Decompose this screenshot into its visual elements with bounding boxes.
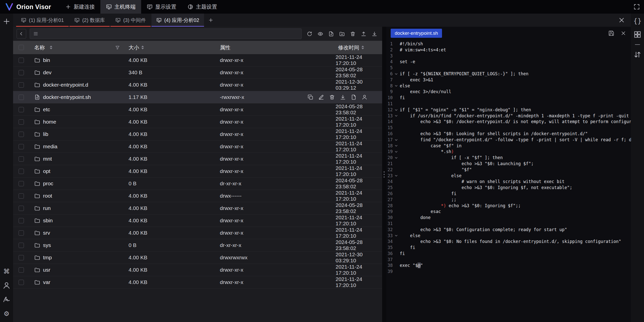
row-checkbox[interactable] [19,193,24,199]
table-row[interactable]: run4.00 KBdrwxr-xr-x2024-05-28 23:58:02 [13,202,382,214]
editor-close-icon[interactable] [620,30,626,36]
file-name[interactable]: sbin [43,218,53,224]
permission-button[interactable] [361,94,368,100]
row-checkbox[interactable] [19,95,24,100]
signature-icon[interactable] [2,295,11,304]
file-name[interactable]: sys [43,242,51,248]
fold-chevron-icon[interactable] [393,113,400,119]
fold-chevron-icon[interactable] [393,149,400,155]
fold-chevron-icon[interactable] [393,137,400,143]
file-name[interactable]: etc [43,106,50,113]
nav-item-new-connection[interactable]: 新建连接 [60,0,100,14]
fold-chevron-icon[interactable] [393,173,400,179]
tab-3[interactable]: (3) 中间件 [110,14,151,27]
select-all-checkbox[interactable] [19,45,24,50]
table-row[interactable]: root4.00 KBdrwx------2021-11-24 17:20:10 [13,190,382,202]
nav-item-host-terminal[interactable]: 主机终端 [100,0,141,14]
row-checkbox[interactable] [19,267,24,273]
refresh-button[interactable] [305,29,314,38]
panel-splitter[interactable] [382,27,386,322]
file-name[interactable]: bin [43,57,50,63]
row-checkbox[interactable] [19,206,24,211]
row-checkbox[interactable] [19,218,24,223]
file-name[interactable]: lib [43,131,48,137]
table-row[interactable]: tmp4.00 KBdrwxrwxrwx2021-12-30 03:29:10 [13,252,382,264]
save-icon[interactable] [608,30,614,36]
row-checkbox[interactable] [19,119,24,125]
fullscreen-icon[interactable] [633,3,640,10]
file-name[interactable]: home [43,119,56,125]
row-checkbox[interactable] [19,70,24,75]
fold-chevron-icon[interactable] [393,143,400,149]
table-row[interactable]: srv4.00 KBdrwxr-xr-x2021-11-24 17:20:10 [13,227,382,239]
grid-icon[interactable] [633,30,642,39]
file-name[interactable]: root [43,193,52,199]
fold-chevron-icon[interactable] [393,155,400,161]
column-header-name[interactable]: 名称 [29,44,126,51]
edit-button[interactable] [318,94,324,100]
file-name[interactable]: docker-entrypoint.d [43,82,88,88]
sort-icon[interactable] [50,46,52,49]
row-checkbox[interactable] [19,280,24,285]
file-name[interactable]: opt [43,168,50,174]
row-checkbox[interactable] [19,82,24,88]
nav-item-display-settings[interactable]: 显示设置 [141,0,182,14]
add-tab-button[interactable] [205,14,217,27]
download-button[interactable] [370,29,379,38]
row-checkbox[interactable] [19,255,24,260]
tabbar-close-icon[interactable] [618,16,625,24]
fold-chevron-icon[interactable] [393,71,400,77]
user-icon[interactable] [2,281,11,290]
table-row[interactable]: etc4.00 KBdrwxr-xr-x2024-05-28 23:58:02 [13,103,382,116]
plus-icon[interactable] [2,17,11,26]
file-name[interactable]: mnt [43,156,52,162]
new-file-button[interactable] [327,29,335,38]
table-row[interactable]: dev340 Bdrwxr-xr-x2024-05-28 23:58:02 [13,66,382,79]
table-row[interactable]: home4.00 KBdrwxr-xr-x2021-11-24 17:20:10 [13,116,382,128]
file-name[interactable]: dev [43,69,52,76]
sort-icon[interactable] [361,46,364,49]
new-folder-button[interactable] [338,29,346,38]
row-checkbox[interactable] [19,107,24,112]
toggle-hidden-button[interactable] [316,29,325,38]
delete-button[interactable] [329,94,335,100]
file-name[interactable]: usr [43,267,50,273]
table-row[interactable]: sys0 Bdr-xr-xr-x2024-05-28 23:58:02 [13,239,382,252]
copy-button[interactable] [307,94,313,100]
back-button[interactable] [17,29,26,39]
file-name[interactable]: media [43,144,57,150]
braces-icon[interactable]: {} [633,17,642,25]
row-checkbox[interactable] [19,230,24,236]
row-checkbox[interactable] [19,243,24,248]
path-input[interactable] [41,31,298,37]
row-checkbox[interactable] [19,132,24,137]
fold-chevron-icon[interactable] [393,107,400,113]
download-button[interactable] [340,94,346,100]
table-row[interactable]: opt4.00 KBdrwxr-xr-x2021-11-24 17:20:10 [13,165,382,177]
table-row[interactable]: usr4.00 KBdrwxr-xr-x2021-11-24 17:20:10 [13,264,382,276]
tab-4[interactable]: (4) 应用-分析02 [151,14,204,27]
sort-icon[interactable] [141,46,144,49]
row-checkbox[interactable] [19,181,24,186]
table-row[interactable]: lib4.00 KBdrwxr-xr-x2021-11-24 17:20:10 [13,128,382,140]
upload-button[interactable] [359,29,368,38]
table-row[interactable]: sbin4.00 KBdrwxr-xr-x2021-11-24 17:20:10 [13,214,382,227]
table-row[interactable]: proc0 Bdr-xr-xr-x2024-05-28 23:58:02 [13,177,382,190]
table-row[interactable]: bin4.00 KBdrwxr-xr-x2021-11-24 17:20:10 [13,54,382,66]
file-name[interactable]: docker-entrypoint.sh [43,94,91,100]
row-checkbox[interactable] [19,156,24,162]
row-checkbox[interactable] [19,58,24,63]
nav-item-theme-settings[interactable]: 主题设置 [182,0,223,14]
column-header-time[interactable]: 修改时间 [336,44,382,51]
file-name[interactable]: tmp [43,255,52,261]
delete-button[interactable] [348,29,357,38]
tab-2[interactable]: (2) 数据库 [69,14,110,27]
copy-path-button[interactable] [351,94,357,100]
filter-icon[interactable] [115,45,120,50]
command-icon[interactable]: ⌘ [2,267,11,276]
row-checkbox[interactable] [19,169,24,174]
swap-icon[interactable] [633,50,642,59]
file-name[interactable]: srv [43,230,50,236]
list-icon[interactable] [33,31,38,37]
table-row[interactable]: var4.00 KBdrwxr-xr-x2021-11-24 17:20:10 [13,276,382,289]
